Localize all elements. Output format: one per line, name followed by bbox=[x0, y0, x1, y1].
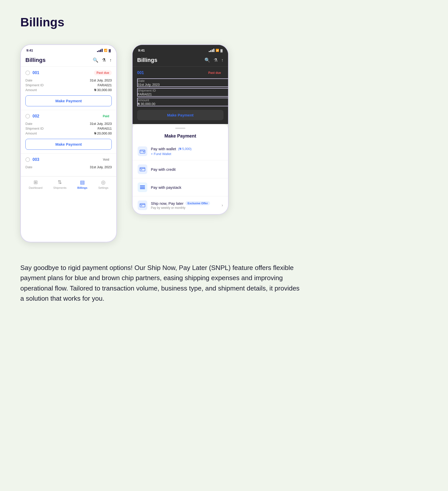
billing-amount-row-1: Amount ₦ 30,000.00 bbox=[25, 88, 112, 92]
status-icons-dark: 📶 ▓ bbox=[209, 49, 222, 52]
settings-nav-icon: ◎ bbox=[101, 179, 105, 185]
payment-option-credit[interactable]: Pay with credit bbox=[133, 160, 228, 178]
credit-option-title: Pay with credit bbox=[151, 167, 223, 172]
billing-item-2: 002 Paid Date 31st July, 2023 Shipment I… bbox=[21, 110, 116, 154]
app-header-dark: Billings 🔍 ⚗ ↑ bbox=[133, 54, 228, 67]
wifi-icon-light: 📶 bbox=[104, 49, 107, 52]
wallet-icon bbox=[138, 146, 147, 156]
exclusive-badge: Exclusive Offer bbox=[185, 201, 210, 205]
phones-container: 9:41 📶 ▓ Billings 🔍 ⚗ ↑ bbox=[20, 44, 428, 242]
billing-item-dark-1: 001 Past due Date 31st July, 2023 Shipme… bbox=[133, 67, 228, 124]
signal-bar-3 bbox=[100, 49, 101, 52]
billing-shipment-row-2: Shipment ID FARA011 bbox=[25, 127, 112, 130]
make-payment-btn-dark[interactable]: Make Payment bbox=[137, 110, 223, 120]
app-header-title-light: Billings bbox=[25, 57, 45, 63]
header-actions-dark: 🔍 ⚗ ↑ bbox=[204, 57, 223, 63]
nav-shipments[interactable]: ⇅ Shipments bbox=[53, 179, 67, 189]
share-icon-light[interactable]: ↑ bbox=[109, 58, 112, 63]
status-past-due-dark: Past due bbox=[206, 70, 223, 75]
paystack-option-title: Pay with paystack bbox=[151, 185, 223, 190]
bottom-sheet: Make Payment Pay with wallet (₦ 5,000) bbox=[133, 124, 228, 214]
signal-d-bar-3 bbox=[212, 49, 213, 52]
billing-shipment-dark: Shipment ID FARA021 bbox=[137, 88, 229, 97]
svg-rect-3 bbox=[141, 170, 142, 170]
paystack-icon bbox=[138, 182, 147, 192]
payment-option-wallet[interactable]: Pay with wallet (₦ 5,000) + Fund Wallet bbox=[133, 142, 228, 160]
radio-3[interactable] bbox=[25, 157, 30, 162]
billing-date-dark: Date 31st July, 2023 bbox=[137, 78, 229, 87]
status-time-light: 9:41 bbox=[26, 48, 33, 52]
billing-shipment-row-1: Shipment ID FARA021 bbox=[25, 83, 112, 87]
snpl-option-content: Ship now, Pay later Exclusive Offer Pay … bbox=[151, 201, 218, 210]
billing-details-dark: Date 31st July, 2023 Shipment ID FARA021… bbox=[137, 78, 223, 106]
billing-item-1: 001 Past due Date 31st July, 2023 Shipme… bbox=[21, 67, 116, 110]
snpl-icon bbox=[138, 200, 147, 210]
signal-bars-dark bbox=[209, 49, 214, 52]
nav-dashboard[interactable]: ⊞ Dashboard bbox=[29, 179, 42, 189]
header-actions-light: 🔍 ⚗ ↑ bbox=[93, 57, 112, 63]
nav-billings[interactable]: ▤ Billings bbox=[77, 179, 87, 189]
billings-nav-label: Billings bbox=[77, 186, 87, 189]
svg-rect-2 bbox=[140, 167, 145, 171]
paystack-option-content: Pay with paystack bbox=[151, 185, 223, 190]
billing-amount-row-2: Amount ₦ 20,000.00 bbox=[25, 131, 112, 135]
battery-icon-light: ▓ bbox=[109, 49, 111, 52]
fund-wallet-link[interactable]: + Fund Wallet bbox=[151, 152, 223, 156]
billing-item-header-3: 003 Void bbox=[25, 157, 112, 162]
radio-1[interactable] bbox=[25, 71, 30, 75]
dark-top-section: 9:41 📶 ▓ Billings 🔍 ⚗ bbox=[133, 45, 228, 124]
svg-rect-7 bbox=[140, 204, 145, 207]
filter-icon-light[interactable]: ⚗ bbox=[102, 57, 106, 63]
settings-nav-label: Settings bbox=[98, 186, 108, 189]
payment-option-paystack[interactable]: Pay with paystack bbox=[133, 178, 228, 196]
billing-details-3: Date 31st July, 2023 bbox=[25, 165, 112, 169]
app-header-light: Billings 🔍 ⚗ ↑ bbox=[21, 54, 116, 67]
billing-item-header-2: 002 Paid bbox=[25, 114, 112, 119]
payment-option-snpl[interactable]: Ship now, Pay later Exclusive Offer Pay … bbox=[133, 196, 228, 214]
svg-rect-6 bbox=[140, 188, 145, 189]
search-icon-light[interactable]: 🔍 bbox=[93, 57, 98, 63]
app-header-title-dark: Billings bbox=[137, 57, 157, 63]
battery-icon-dark: ▓ bbox=[220, 49, 222, 52]
make-payment-btn-2[interactable]: Make Payment bbox=[25, 139, 112, 150]
status-icons-light: 📶 ▓ bbox=[97, 49, 111, 52]
billing-list-light: 001 Past due Date 31st July, 2023 Shipme… bbox=[21, 67, 116, 176]
snpl-subtitle: Pay by weekly or monthly bbox=[151, 206, 218, 210]
status-paid-2: Paid bbox=[100, 114, 112, 119]
billing-number-dark: 001 bbox=[137, 71, 144, 75]
billing-item-header-1: 001 Past due bbox=[25, 70, 112, 75]
billing-date-row-1: Date 31st July, 2023 bbox=[25, 78, 112, 82]
svg-rect-0 bbox=[140, 150, 145, 153]
page-title: Billings bbox=[20, 15, 428, 29]
credit-icon bbox=[138, 164, 147, 174]
signal-d-bar-4 bbox=[213, 49, 214, 52]
signal-bars-light bbox=[97, 49, 103, 52]
billing-number-2: 002 bbox=[25, 114, 39, 118]
phone-light: 9:41 📶 ▓ Billings 🔍 ⚗ ↑ bbox=[20, 44, 117, 242]
billing-details-1: Date 31st July, 2023 Shipment ID FARA021… bbox=[25, 78, 112, 92]
radio-2[interactable] bbox=[25, 114, 30, 118]
billing-number-3: 003 bbox=[25, 157, 39, 162]
dashboard-nav-label: Dashboard bbox=[29, 186, 42, 189]
nav-settings[interactable]: ◎ Settings bbox=[98, 179, 108, 189]
search-icon-dark[interactable]: 🔍 bbox=[204, 57, 210, 63]
wallet-option-content: Pay with wallet (₦ 5,000) + Fund Wallet bbox=[151, 147, 223, 156]
billing-item-3: 003 Void Date 31st July, 2023 bbox=[21, 154, 116, 176]
billing-amount-dark: Amount ₦ 30,000.00 bbox=[137, 98, 229, 106]
svg-rect-4 bbox=[140, 185, 145, 186]
share-icon-dark[interactable]: ↑ bbox=[221, 58, 223, 63]
chevron-down-icon: › bbox=[222, 203, 223, 208]
credit-option-content: Pay with credit bbox=[151, 167, 223, 172]
make-payment-btn-1[interactable]: Make Payment bbox=[25, 95, 112, 106]
wallet-balance: (₦ 5,000) bbox=[178, 147, 191, 151]
snpl-option-title: Ship now, Pay later Exclusive Offer bbox=[151, 201, 218, 206]
billing-item-dark-header: 001 Past due bbox=[137, 70, 223, 75]
signal-bar-1 bbox=[97, 51, 98, 52]
status-past-due-1: Past due bbox=[94, 70, 112, 75]
description-text: Say goodbye to rigid payment options! Ou… bbox=[20, 263, 300, 303]
bottom-sheet-handle bbox=[175, 128, 185, 129]
status-bar-dark: 9:41 📶 ▓ bbox=[133, 45, 228, 54]
svg-rect-5 bbox=[140, 187, 145, 188]
signal-d-bar-2 bbox=[210, 50, 211, 52]
filter-icon-dark[interactable]: ⚗ bbox=[214, 57, 218, 63]
